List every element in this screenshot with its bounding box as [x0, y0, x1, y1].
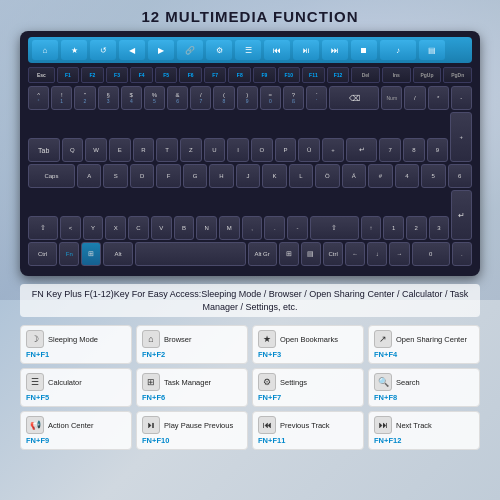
key-plus: +: [322, 138, 344, 162]
play-pause-shortcut: FN+F10: [142, 436, 169, 445]
key-minus: ?ß: [283, 86, 304, 110]
key-ctrl-left: Ctrl: [28, 242, 57, 266]
play-pause-label: Play Pause Previous: [164, 421, 233, 430]
sleeping-mode-shortcut: FN+F1: [26, 350, 49, 359]
browser-shortcut: FN+F2: [142, 350, 165, 359]
key-num6: 6: [448, 164, 472, 188]
key-2: "2: [74, 86, 95, 110]
key-ctrl-right: Ctrl: [323, 242, 343, 266]
key-fn: Fn: [59, 242, 79, 266]
key-l: L: [289, 164, 313, 188]
key-f12: F12: [327, 67, 350, 83]
calculator-shortcut: FN+F5: [26, 393, 49, 402]
key-arrow-down: ↓: [367, 242, 387, 266]
key-b: B: [174, 216, 195, 240]
multimedia-row: ⌂ ★ ↺ ◀ ▶ 🔗 ⚙ ☰ ⏮ ⏯ ⏭ ⏹ ♪ ▤: [28, 37, 472, 63]
key-backtick: ^°: [28, 86, 49, 110]
key-menu: ▤: [301, 242, 321, 266]
key-0: =0: [260, 86, 281, 110]
key-num2: 2: [406, 216, 427, 240]
task-manager-label: Task Manager: [164, 378, 211, 387]
feature-task-manager: ⊞ Task Manager FN+F6: [136, 368, 248, 407]
fn-row: Esc F1 F2 F3 F4 F5 F6 F7 F8 F9 F10 F11 F…: [28, 67, 472, 83]
key-s: S: [103, 164, 127, 188]
key-f1: F1: [57, 67, 80, 83]
key-j: J: [236, 164, 260, 188]
mm-key-prev: ⏮: [264, 40, 290, 60]
yxcv-row: ⇧ < Y X C V B N M , . - ⇧ ↑ 1 2 3 ↵: [28, 190, 472, 240]
key-win-right: ⊞: [279, 242, 299, 266]
feature-search: 🔍 Search FN+F8: [368, 368, 480, 407]
qwertz-row: Tab Q W E R T Z U I O P Ü + ↵ 7 8 9 +: [28, 112, 472, 162]
description-text: FN Key Plus F(1-12)Key For Easy Access:S…: [20, 284, 480, 317]
settings-icon: ⚙: [258, 373, 276, 391]
key-slash: -: [287, 216, 308, 240]
key-7: /7: [190, 86, 211, 110]
key-comma: ,: [242, 216, 263, 240]
key-esc: Esc: [28, 67, 55, 83]
sleeping-mode-label: Sleeping Mode: [48, 335, 98, 344]
mm-key-set: ⚙: [206, 40, 232, 60]
key-5: %5: [144, 86, 165, 110]
feature-play-pause: ⏯ Play Pause Previous FN+F10: [136, 411, 248, 450]
settings-shortcut: FN+F7: [258, 393, 281, 402]
bottom-row: Ctrl Fn ⊞ Alt Alt Gr ⊞ ▤ Ctrl ← ↓ → 0 .: [28, 242, 472, 266]
mm-key-fwd: ▶: [148, 40, 174, 60]
next-track-icon: ⏭: [374, 416, 392, 434]
key-h: H: [209, 164, 233, 188]
key-numsub: -: [451, 86, 472, 110]
key-6: &6: [167, 86, 188, 110]
action-center-label: Action Center: [48, 421, 93, 430]
key-uml-o: Ö: [315, 164, 339, 188]
key-hash: #: [368, 164, 392, 188]
key-t: T: [156, 138, 178, 162]
feature-prev-track: ⏮ Previous Track FN+F11: [252, 411, 364, 450]
key-shift-right: ⇧: [310, 216, 359, 240]
feature-sharing: ↗ Open Sharing Center FN+F4: [368, 325, 480, 364]
task-manager-icon: ⊞: [142, 373, 160, 391]
number-row: ^° !1 "2 §3 $4 %5 &6 /7 (8 )9 =0 ?ß `´ ⌫…: [28, 86, 472, 110]
key-f5: F5: [155, 67, 178, 83]
search-icon: 🔍: [374, 373, 392, 391]
key-num1: 1: [383, 216, 404, 240]
mm-key-calc: ☰: [235, 40, 261, 60]
key-angle: <: [60, 216, 81, 240]
feature-settings: ⚙ Settings FN+F7: [252, 368, 364, 407]
feature-sleeping-mode: ☽ Sleeping Mode FN+F1: [20, 325, 132, 364]
key-n: N: [196, 216, 217, 240]
key-numdiv: /: [404, 86, 425, 110]
next-track-label: Next Track: [396, 421, 432, 430]
key-period: .: [264, 216, 285, 240]
mm-key-url: 🔗: [177, 40, 203, 60]
key-f3: F3: [106, 67, 129, 83]
key-e: E: [109, 138, 131, 162]
feature-grid: ☽ Sleeping Mode FN+F1 ⌂ Browser FN+F2 ★ …: [20, 325, 480, 450]
feature-action-center: 📢 Action Center FN+F9: [20, 411, 132, 450]
keyboard-image: ⌂ ★ ↺ ◀ ▶ 🔗 ⚙ ☰ ⏮ ⏯ ⏭ ⏹ ♪ ▤ Esc F1 F2 F3…: [20, 31, 480, 276]
key-capslock: Caps: [28, 164, 75, 188]
key-win: ⊞: [81, 242, 101, 266]
key-y: Y: [83, 216, 104, 240]
key-f8: F8: [228, 67, 251, 83]
sharing-label: Open Sharing Center: [396, 335, 467, 344]
key-u: U: [204, 138, 226, 162]
mm-key-home: ⌂: [32, 40, 58, 60]
key-arrow-left: ←: [345, 242, 365, 266]
sleeping-mode-icon: ☽: [26, 330, 44, 348]
settings-label: Settings: [280, 378, 307, 387]
search-label: Search: [396, 378, 420, 387]
key-1: !1: [51, 86, 72, 110]
key-arrow-right: →: [389, 242, 409, 266]
sharing-icon: ↗: [374, 330, 392, 348]
feature-next-track: ⏭ Next Track FN+F12: [368, 411, 480, 450]
key-numlock: Num: [381, 86, 402, 110]
key-d: D: [130, 164, 154, 188]
key-numenter: ↵: [451, 190, 472, 240]
key-f6: F6: [179, 67, 202, 83]
feature-calculator: ☰ Calculator FN+F5: [20, 368, 132, 407]
mm-key-mute: ♪: [380, 40, 416, 60]
key-uml-a: Ä: [342, 164, 366, 188]
key-equals: `´: [306, 86, 327, 110]
key-f9: F9: [253, 67, 276, 83]
action-center-icon: 📢: [26, 416, 44, 434]
